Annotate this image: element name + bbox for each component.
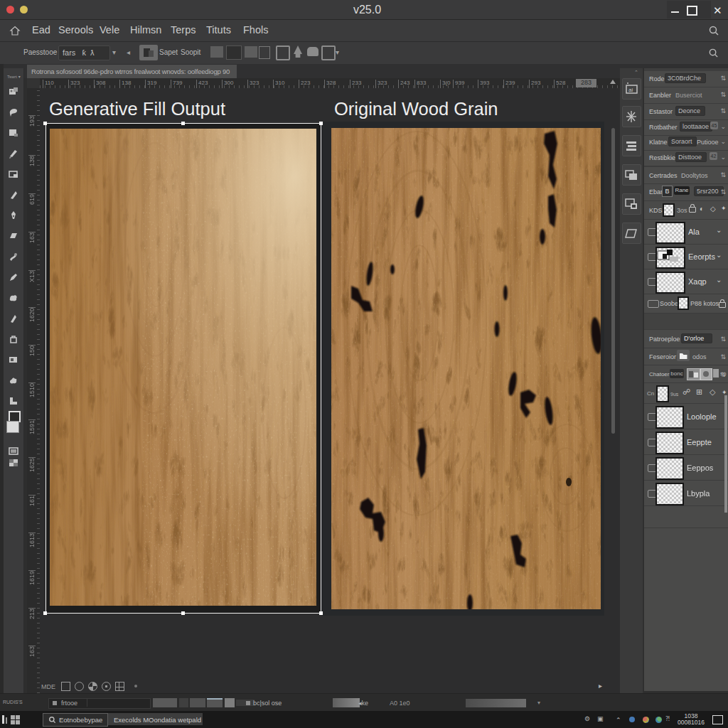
svg-text:ai: ai bbox=[628, 87, 633, 93]
